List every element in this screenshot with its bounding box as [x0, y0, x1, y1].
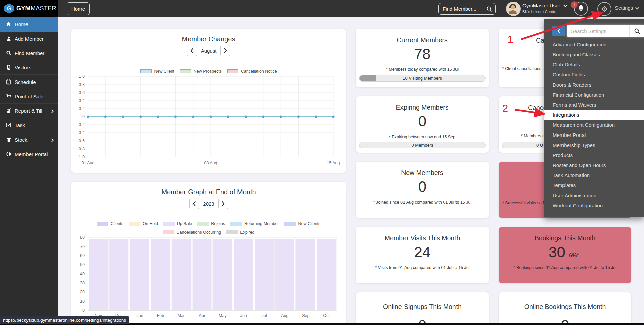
online-signups-card: Online Signups This Month 0 [356, 292, 489, 325]
svg-text:10: 10 [80, 299, 85, 304]
member-graph-title: Member Graph at End of Month [71, 188, 346, 196]
legend-swatch [230, 222, 242, 226]
legend-swatch [163, 222, 175, 226]
settings-menu-item-booking-and-classes[interactable]: Booking and Classes [544, 50, 644, 60]
settings-menu-item-templates[interactable]: Templates [544, 180, 644, 191]
back-button[interactable] [552, 26, 565, 36]
online-bookings-card: Online Bookings This Month 0 [499, 292, 631, 325]
settings-gear-button[interactable]: ⚙ [597, 2, 611, 16]
legend-swatch [163, 230, 174, 234]
sidebar-item-visitors[interactable]: Visitors [0, 60, 58, 75]
svg-text:50: 50 [80, 262, 85, 267]
task-icon [6, 122, 11, 128]
svg-text:May: May [219, 313, 227, 318]
svg-text:08 Aug: 08 Aug [204, 161, 217, 165]
legend-label: New Client [154, 69, 174, 74]
member-graph-card: Member Graph at End of Month 2023 Client… [71, 182, 346, 325]
calendar-icon [6, 79, 11, 85]
notification-badge: 1 [571, 1, 578, 8]
settings-menu-item-membership-types[interactable]: Membership Types [544, 140, 644, 150]
sidebar-item-stock[interactable]: Stock [0, 132, 58, 147]
expiring-members-card: Expiring Members 0 * Expiring between no… [356, 96, 489, 153]
legend-swatch [129, 222, 140, 226]
settings-menu-item-advanced-configuration[interactable]: Advanced Configuration [544, 40, 644, 50]
sidebar-item-label: Schedule [15, 79, 36, 85]
svg-text:0.4: 0.4 [79, 98, 85, 103]
svg-text:Jan: Jan [137, 313, 143, 318]
user-avatar[interactable] [506, 2, 521, 16]
legend-item-new-client: New Client [140, 69, 174, 74]
cart-icon [6, 94, 11, 99]
down-arrow-icon: ↓ [579, 253, 582, 258]
sidebar-item-find-member[interactable]: Find Member [0, 46, 58, 60]
sidebar-item-label: Home [15, 21, 28, 27]
sidebar-item-label: Visitors [15, 65, 31, 70]
chevron-down-icon [635, 5, 639, 11]
sidebar-item-report-till[interactable]: Report & Till [0, 104, 58, 118]
settings-search-input[interactable] [567, 25, 629, 37]
prev-year-button[interactable] [189, 198, 199, 209]
settings-menu-item-member-portal[interactable]: Member Portal [544, 130, 644, 140]
settings-menu-item-roster-and-open-hours[interactable]: Roster and Open Hours [544, 160, 644, 170]
current-members-card: Current Members 78 * Members today compa… [356, 29, 489, 87]
settings-menu-item-doors-readers[interactable]: Doors & Readers [544, 80, 644, 90]
settings-menu-item-user-administration[interactable]: User Administration [544, 191, 644, 201]
settings-menu-item-club-details[interactable]: Club Details [544, 60, 644, 70]
settings-menu-item-measurement-configuration[interactable]: Measurement Configuration [544, 120, 644, 130]
svg-text:Sep: Sep [302, 313, 309, 318]
settings-menu-item-custom-fields[interactable]: Custom Fields [544, 70, 644, 80]
sidebar-item-label: Point of Sale [15, 94, 43, 99]
sidebar-item-member-portal[interactable]: Member Portal [0, 147, 58, 161]
search-icon[interactable] [486, 6, 492, 13]
sidebar-item-add-member[interactable]: Add Member [0, 32, 58, 46]
settings-menu-item-financial-configuration[interactable]: Financial Configuration [544, 90, 644, 100]
svg-text:70: 70 [80, 244, 85, 249]
legend-swatch [284, 222, 296, 226]
sidebar-item-task[interactable]: Task [0, 118, 58, 132]
settings-menu-item-workout-configuration[interactable]: Workout Configuration [544, 201, 644, 211]
sidebar-item-schedule[interactable]: Schedule [0, 75, 58, 89]
legend-swatch [227, 69, 238, 73]
settings-dropdown-toggle[interactable]: Settings [615, 5, 639, 11]
next-month-button[interactable] [220, 45, 230, 56]
svg-text:Jun: Jun [240, 313, 247, 318]
home-tab-button[interactable]: Home [67, 2, 90, 15]
settings-menu-item-products[interactable]: Products [544, 150, 644, 160]
user-menu[interactable]: GymMaster User [522, 3, 567, 8]
settings-search-icon[interactable] [629, 25, 644, 37]
legend-label: Expired [240, 230, 254, 235]
annotation-step-2: 2 [502, 103, 508, 115]
legend-item-up-sale: Up Sale [163, 221, 192, 226]
member-visits-card: Member Visits This Month 24 * Visits fro… [356, 227, 489, 283]
svg-text:80: 80 [80, 235, 85, 240]
member-graph-legend-row1: ClientsOn HoldUp SaleRejoinsReturning Me… [71, 221, 346, 226]
settings-menu-item-task-automation[interactable]: Task Automation [544, 170, 644, 180]
legend-swatch [97, 222, 108, 226]
sidebar-item-point-of-sale[interactable]: Point of Sale [0, 89, 58, 104]
svg-text:0: 0 [82, 308, 85, 313]
svg-text:30: 30 [80, 281, 85, 285]
svg-text:15 Aug: 15 Aug [327, 161, 340, 165]
svg-text:-0.8: -0.8 [77, 147, 85, 151]
member-graph-legend-row2: Cancellations OccurringExpired [71, 230, 346, 235]
legend-label: Up Sale [177, 221, 192, 226]
legend-label: Cancellation Notice [241, 69, 277, 74]
prev-month-button[interactable] [187, 45, 197, 56]
gymmaster-dashboard: G GYMMASTER Home GymMaster User BK's Lei… [0, 0, 644, 325]
svg-text:Mar: Mar [177, 313, 185, 318]
settings-menu-list: Advanced ConfigurationBooking and Classe… [544, 40, 644, 211]
svg-text:0.6: 0.6 [79, 90, 85, 95]
sidebar-item-home[interactable]: Home [0, 17, 58, 32]
settings-menu-item-integrations[interactable]: Integrations [544, 110, 644, 120]
settings-menu-item-forms-and-waivers[interactable]: Forms and Waivers [544, 100, 644, 110]
legend-label: On Hold [143, 221, 158, 226]
svg-text:40: 40 [80, 272, 85, 276]
gymmaster-logo: G GYMMASTER [0, 0, 58, 17]
sidebar-item-label: Task [15, 122, 25, 128]
next-year-button[interactable] [218, 198, 228, 209]
brand-text: GYMMASTER [16, 5, 56, 12]
chevron-down-icon [563, 3, 567, 8]
topbar: G GYMMASTER Home GymMaster User BK's Lei… [0, 0, 644, 17]
chart-icon [6, 108, 11, 114]
expiring-members-progress: 0 Members [359, 142, 486, 148]
